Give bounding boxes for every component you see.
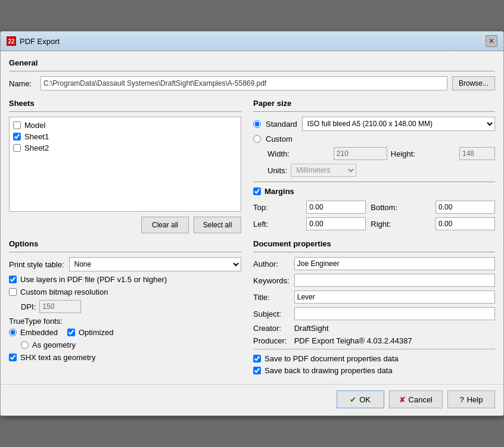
cancel-label: Cancel — [409, 395, 433, 404]
optimized-label[interactable]: Optimized — [79, 328, 114, 337]
dpi-input[interactable] — [39, 300, 81, 313]
cancel-button[interactable]: ✘ Cancel — [389, 390, 443, 408]
print-style-dropdown[interactable]: None — [69, 257, 242, 271]
units-label: Units: — [267, 166, 287, 175]
doc-props-section: Document properties Author: Keywords: Ti… — [253, 239, 495, 378]
width-input[interactable] — [334, 147, 387, 160]
as-geometry-radio[interactable] — [21, 341, 29, 349]
custom-size-grid: Width: Height: — [267, 147, 495, 160]
dialog-title: PDF Export — [20, 37, 60, 46]
producer-value: PDF Export Teigha® 4.03.2.44387 — [294, 336, 495, 345]
sheets-buttons: Clear all Select all — [9, 217, 241, 233]
shx-label[interactable]: SHX text as geometry — [20, 353, 95, 362]
margins-grid: Top: Bottom: Left: Right: — [253, 201, 495, 230]
custom-label[interactable]: Custom — [266, 135, 293, 143]
sheet-model-checkbox[interactable] — [13, 121, 21, 129]
embedded-label[interactable]: Embedded — [20, 328, 58, 337]
height-label: Height: — [391, 149, 456, 158]
close-button[interactable]: ✕ — [486, 35, 497, 47]
shx-checkbox[interactable] — [9, 354, 17, 361]
paper-size-label: Paper size — [253, 99, 495, 108]
optimized-option: Optimized — [67, 328, 114, 337]
custom-bitmap-row: Custom bitmap resolution — [9, 287, 241, 296]
sheet-model-label[interactable]: Model — [24, 121, 45, 130]
options-row: Options Print style table: None Use laye… — [9, 239, 495, 378]
name-label: Name: — [9, 79, 36, 88]
use-layers-checkbox[interactable] — [9, 276, 17, 283]
author-label: Author: — [253, 260, 290, 268]
margins-header: Margins — [253, 187, 495, 196]
shx-row: SHX text as geometry — [9, 353, 241, 362]
custom-radio-row: Custom — [253, 135, 495, 143]
creator-label: Creator: — [253, 324, 290, 333]
truetype-row: TrueType fonts: Embedded Optimized — [9, 317, 241, 337]
use-layers-row: Use layers in PDF file (PDF v1.5 or high… — [9, 275, 241, 284]
standard-radio[interactable] — [253, 120, 261, 128]
sheets-label: Sheets — [9, 99, 241, 108]
sheets-list: Model Sheet1 Sheet2 — [9, 117, 241, 212]
doc-grid: Author: Keywords: Title: Subject: Creato… — [253, 257, 495, 345]
sheet-model[interactable]: Model — [13, 121, 237, 130]
options-section: Options Print style table: None Use laye… — [9, 239, 241, 378]
use-layers-label[interactable]: Use layers in PDF file (PDF v1.5 or high… — [20, 275, 167, 284]
creator-value: DraftSight — [294, 324, 495, 333]
sheet-sheet2-checkbox[interactable] — [13, 144, 21, 152]
save-pdf-label[interactable]: Save to PDF document properties data — [265, 354, 399, 363]
ok-button[interactable]: ✔ OK — [337, 390, 384, 408]
sheet-sheet2-label[interactable]: Sheet2 — [24, 143, 49, 152]
save-pdf-row: Save to PDF document properties data — [253, 354, 495, 363]
app-icon: 22 — [7, 36, 16, 46]
select-all-button[interactable]: Select all — [194, 217, 241, 233]
right-margin-input[interactable] — [435, 217, 495, 230]
title-bar: 22 PDF Export ✕ — [1, 32, 503, 51]
custom-radio[interactable] — [253, 135, 261, 143]
sheet-sheet1-checkbox[interactable] — [13, 133, 21, 140]
top-margin-input[interactable] — [306, 201, 366, 214]
save-drawing-row: Save back to drawing properties data — [253, 366, 495, 375]
name-input[interactable] — [41, 76, 447, 90]
browse-button[interactable]: Browse... — [452, 76, 495, 90]
units-row: Units: Millimeters — [267, 164, 495, 177]
sheet-sheet1[interactable]: Sheet1 — [13, 132, 237, 141]
margins-label[interactable]: Margins — [265, 187, 294, 196]
producer-label: Producer: — [253, 336, 290, 345]
ok-check-icon: ✔ — [350, 395, 356, 404]
left-margin-input[interactable] — [306, 217, 366, 230]
as-geometry-label[interactable]: As geometry — [32, 340, 76, 349]
units-dropdown[interactable]: Millimeters — [291, 164, 356, 177]
width-label: Width: — [267, 149, 330, 158]
help-button[interactable]: ? Help — [447, 390, 495, 408]
save-pdf-checkbox[interactable] — [253, 355, 261, 362]
margins-checkbox[interactable] — [253, 187, 261, 195]
author-input[interactable] — [294, 257, 495, 270]
standard-label[interactable]: Standard — [266, 120, 297, 129]
dialog-body: General Name: Browse... Sheets Model — [1, 51, 503, 384]
embedded-radio[interactable] — [9, 329, 17, 336]
custom-bitmap-label[interactable]: Custom bitmap resolution — [20, 287, 108, 296]
height-input[interactable] — [459, 147, 495, 160]
pdf-export-dialog: 22 PDF Export ✕ General Name: Browse... … — [0, 31, 504, 416]
title-label: Title: — [253, 293, 290, 302]
save-drawing-checkbox[interactable] — [253, 367, 261, 374]
title-input[interactable] — [294, 290, 495, 304]
doc-props-label: Document properties — [253, 239, 495, 248]
bottom-margin-input[interactable] — [435, 201, 495, 214]
save-drawing-label[interactable]: Save back to drawing properties data — [265, 366, 393, 375]
font-options: Embedded Optimized — [9, 328, 241, 337]
clear-all-button[interactable]: Clear all — [141, 217, 189, 233]
optimized-checkbox[interactable] — [67, 329, 75, 336]
truetype-label: TrueType fonts: — [9, 317, 63, 326]
sheet-sheet1-label[interactable]: Sheet1 — [24, 132, 49, 141]
name-row: Name: Browse... — [9, 76, 495, 90]
subject-input[interactable] — [294, 307, 495, 320]
subject-label: Subject: — [253, 310, 290, 318]
paper-size-dropdown[interactable]: ISO full bleed A5 (210.00 x 148.00 MM) — [302, 117, 495, 131]
main-columns: Sheets Model Sheet1 Sheet2 — [9, 99, 495, 233]
sheet-sheet2[interactable]: Sheet2 — [13, 143, 237, 152]
dpi-label: DPI: — [21, 302, 36, 311]
help-label: Help — [467, 395, 483, 404]
top-label: Top: — [253, 203, 301, 212]
custom-bitmap-checkbox[interactable] — [9, 288, 17, 296]
keywords-input[interactable] — [294, 274, 495, 287]
print-style-label: Print style table: — [9, 260, 64, 269]
